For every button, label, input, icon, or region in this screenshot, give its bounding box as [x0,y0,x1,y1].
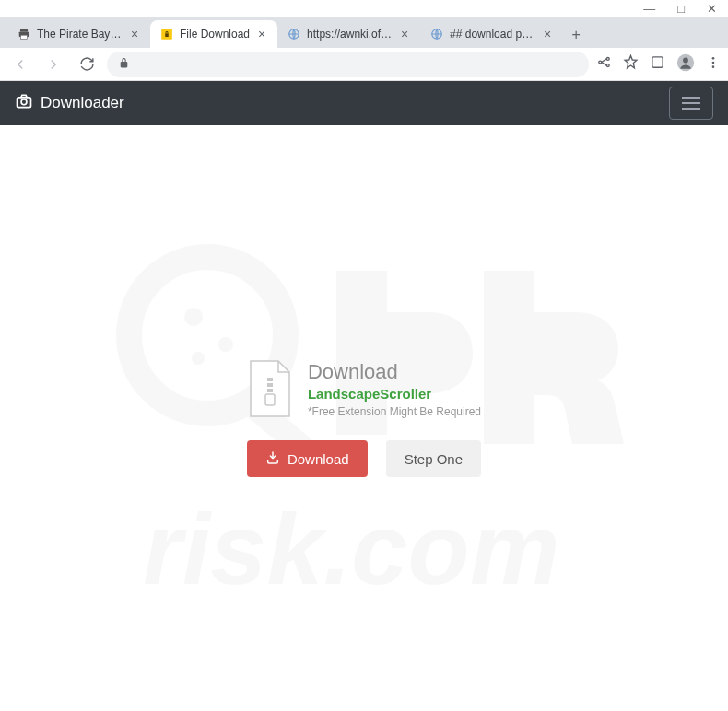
download-button[interactable]: Download [247,440,368,477]
file-info: Download LandscapeScroller *Free Extensi… [308,360,481,418]
close-window-button[interactable]: ✕ [707,2,717,16]
navbar-brand[interactable]: Downloader [15,92,124,115]
minimize-button[interactable]: — [643,2,655,16]
download-icon [265,450,280,468]
svg-point-18 [184,308,203,326]
file-name: LandscapeScroller [308,386,481,402]
window-controls: — □ ✕ [0,0,728,17]
tab-awnki[interactable]: https://awnki.ofchildr.b... × [277,20,420,48]
svg-rect-9 [652,57,663,67]
tab-download-page[interactable]: ## download page ## × [420,20,563,48]
reload-button[interactable] [74,52,100,77]
svg-point-11 [683,57,688,63]
hamburger-button[interactable] [669,87,713,120]
svg-rect-25 [267,389,273,392]
tab-title: The Pirate Bay - The ga... [37,28,123,41]
camera-icon [15,92,33,115]
menu-icon[interactable] [706,55,721,74]
page-navbar: Downloader [0,81,728,125]
hamburger-icon [682,97,700,110]
download-button-label: Download [288,451,349,467]
close-icon[interactable]: × [541,28,554,41]
svg-rect-23 [267,378,273,381]
address-bar[interactable] [107,52,589,77]
printer-icon [17,27,31,41]
step-one-button[interactable]: Step One [386,440,481,477]
extensions-icon[interactable] [650,54,665,74]
globe-icon [429,27,444,41]
svg-point-19 [218,337,233,352]
svg-point-12 [712,57,715,60]
brand-label: Downloader [41,94,124,112]
star-icon[interactable] [623,54,639,74]
close-icon[interactable]: × [255,28,268,41]
share-icon[interactable] [596,54,612,74]
tab-file-download[interactable]: File Download × [150,20,277,48]
svg-text:risk.com: risk.com [143,492,559,605]
forward-button[interactable] [41,52,66,77]
new-tab-button[interactable]: + [563,22,589,48]
file-note: *Free Extension Might Be Required [308,405,481,418]
svg-point-6 [599,61,602,64]
file-row: Download LandscapeScroller *Free Extensi… [247,359,481,418]
svg-rect-0 [20,29,28,32]
back-button[interactable] [7,52,33,77]
svg-point-13 [712,61,715,64]
svg-rect-24 [267,383,273,387]
svg-point-7 [606,58,609,61]
button-row: Download Step One [247,440,481,477]
download-title: Download [308,360,481,384]
lock-icon [118,56,130,73]
tab-title: https://awnki.ofchildr.b... [307,28,393,41]
maximize-button[interactable]: □ [677,2,685,16]
file-icon [247,359,293,418]
tab-title: ## download page ## [450,28,535,41]
tab-title: File Download [180,28,250,41]
profile-icon[interactable] [676,53,695,76]
browser-toolbar [0,48,728,81]
svg-point-20 [192,352,205,365]
tab-pirate-bay[interactable]: The Pirate Bay - The ga... × [7,20,150,48]
svg-point-16 [21,99,27,104]
globe-icon [287,27,301,41]
svg-point-8 [606,64,609,67]
svg-point-14 [712,65,715,68]
page-content: risk.com Download LandscapeScroller *Fre… [0,125,728,711]
close-icon[interactable]: × [128,28,141,41]
download-card: Download LandscapeScroller *Free Extensi… [247,359,481,477]
svg-rect-2 [21,35,28,39]
step-one-label: Step One [405,451,463,467]
lock-icon [159,27,174,41]
close-icon[interactable]: × [398,28,411,41]
tab-strip: The Pirate Bay - The ga... × File Downlo… [0,17,728,48]
